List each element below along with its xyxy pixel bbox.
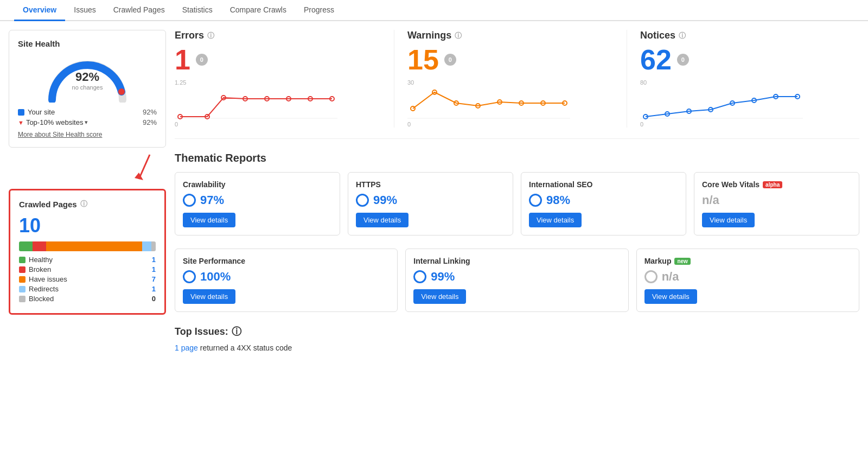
internal-linking-score: 99%	[413, 270, 620, 284]
intl-seo-view-btn[interactable]: View details	[529, 213, 582, 227]
notices-info-icon[interactable]: ⓘ	[679, 31, 686, 41]
warnings-count: 15	[407, 43, 439, 76]
crawled-pages-card: Crawled Pages ⓘ 10 Healthy 1	[9, 189, 166, 315]
internal-linking-title-text: Internal Linking	[413, 257, 470, 265]
intl-seo-score-text: 98%	[546, 193, 570, 207]
tab-compare-crawls[interactable]: Compare Crawls	[221, 0, 295, 21]
tab-overview[interactable]: Overview	[14, 0, 65, 21]
warnings-chart-svg	[407, 87, 570, 119]
markup-new-badge: new	[674, 258, 690, 265]
top10-value: 92%	[143, 118, 157, 126]
crawlability-view-btn[interactable]: View details	[183, 213, 235, 227]
blocked-count: 0	[152, 295, 156, 303]
your-site-value: 92%	[143, 108, 157, 116]
warnings-block: Warnings ⓘ 15 0 30	[394, 30, 627, 128]
intl-seo-score: 98%	[529, 193, 678, 207]
cwv-view-btn[interactable]: View details	[702, 213, 755, 227]
issues-count: 7	[152, 275, 156, 283]
top-issues-title-text: Top Issues:	[175, 326, 228, 338]
your-site-label: Your site	[28, 108, 55, 116]
crawlability-title: Crawlability	[183, 180, 332, 189]
crawled-pages-title-text: Crawled Pages	[19, 200, 77, 209]
errors-block: Errors ⓘ 1 0 1.25	[175, 30, 394, 128]
notices-title: Notices ⓘ	[640, 30, 846, 41]
crawled-legend: Healthy 1 Broken 1 Have issues	[19, 256, 156, 303]
main-content: Site Health 92% no changes	[0, 21, 868, 361]
top-issues-title: Top Issues: ⓘ	[175, 325, 859, 338]
https-circle-icon	[356, 194, 369, 207]
crawlability-circle-icon	[183, 194, 196, 207]
gauge-percentage: 92%	[72, 70, 103, 84]
site-perf-score: 100%	[183, 270, 390, 284]
stats-row: Errors ⓘ 1 0 1.25	[175, 30, 859, 139]
cwv-title: Core Web Vitals alpha	[702, 180, 851, 189]
errors-chart-svg	[175, 87, 337, 119]
legend-healthy: Healthy 1	[19, 256, 156, 264]
legend-top10: ▼ Top-10% websites ▾ 92%	[18, 118, 157, 126]
markup-view-btn[interactable]: View details	[644, 289, 697, 304]
crawlability-title-text: Crawlability	[183, 180, 226, 189]
report-intl-seo: International SEO 98% View details	[521, 172, 686, 235]
warnings-chart-bottom-label: 0	[407, 121, 614, 128]
tab-crawled-pages[interactable]: Crawled Pages	[105, 0, 174, 21]
more-about-link[interactable]: More about Site Health score	[18, 131, 157, 138]
tab-issues[interactable]: Issues	[65, 0, 104, 21]
right-content: Errors ⓘ 1 0 1.25	[175, 30, 859, 352]
notices-chart-bottom-label: 0	[640, 121, 846, 128]
notices-count: 62	[640, 43, 672, 76]
redirects-label: Redirects	[29, 285, 59, 293]
broken-dot	[19, 266, 25, 273]
errors-info-icon[interactable]: ⓘ	[207, 31, 214, 41]
pb-blocked	[151, 241, 156, 251]
issue-link-1[interactable]: 1 page	[175, 343, 198, 352]
errors-title-text: Errors	[175, 30, 204, 41]
notices-block: Notices ⓘ 62 0 80	[627, 30, 859, 128]
top-issues-info-icon[interactable]: ⓘ	[232, 325, 241, 338]
https-title-text: HTTPS	[356, 180, 381, 189]
site-perf-title-text: Site Performance	[183, 257, 245, 265]
markup-score: n/a	[644, 270, 851, 284]
cwv-title-text: Core Web Vitals	[702, 180, 760, 189]
thematic-reports-title: Thematic Reports	[175, 152, 859, 164]
internal-linking-view-btn[interactable]: View details	[413, 289, 466, 304]
internal-linking-title: Internal Linking	[413, 257, 620, 265]
cwv-score: n/a	[702, 193, 851, 207]
markup-title: Markup new	[644, 257, 851, 265]
pb-redirects	[142, 241, 152, 251]
https-score: 99%	[356, 193, 505, 207]
intl-seo-circle-icon	[529, 194, 542, 207]
site-health-title: Site Health	[18, 39, 157, 48]
https-score-text: 99%	[373, 193, 397, 207]
issues-label: Have issues	[29, 275, 67, 283]
https-view-btn[interactable]: View details	[356, 213, 409, 227]
svg-point-0	[118, 88, 125, 95]
gauge-center: 92% no changes	[72, 70, 103, 91]
notices-chart-top-label: 80	[640, 79, 846, 86]
pb-healthy	[19, 241, 33, 251]
tab-statistics[interactable]: Statistics	[174, 0, 221, 21]
cwv-score-text: n/a	[702, 193, 719, 207]
legend-blocked: Blocked 0	[19, 295, 156, 303]
top10-chevron-icon[interactable]: ▾	[85, 119, 88, 126]
https-title: HTTPS	[356, 180, 505, 189]
intl-seo-title-text: International SEO	[529, 180, 592, 189]
pb-broken	[33, 241, 46, 251]
report-core-web-vitals: Core Web Vitals alpha n/a View details	[694, 172, 859, 235]
blocked-dot	[19, 296, 25, 302]
reports-grid-row2: Site Performance 100% View details Inter…	[175, 249, 859, 312]
crawlability-score: 97%	[183, 193, 332, 207]
cwv-alpha-badge: alpha	[763, 181, 782, 188]
warnings-info-icon[interactable]: ⓘ	[455, 31, 462, 41]
reports-grid-row1: Crawlability 97% View details HTTPS 99% …	[175, 172, 859, 235]
crawled-pages-title: Crawled Pages ⓘ	[19, 199, 156, 209]
report-crawlability: Crawlability 97% View details	[175, 172, 340, 235]
legend-redirects: Redirects 1	[19, 285, 156, 293]
crawled-pages-info-icon[interactable]: ⓘ	[80, 199, 87, 209]
top-issue-row-1: 1 page returned a 4XX status code	[175, 343, 859, 352]
site-perf-view-btn[interactable]: View details	[183, 289, 235, 304]
progress-bar	[19, 241, 156, 251]
site-perf-title: Site Performance	[183, 257, 390, 265]
errors-chart: 1.25 0	[175, 79, 381, 128]
markup-title-text: Markup	[644, 257, 672, 265]
tab-progress[interactable]: Progress	[295, 0, 343, 21]
